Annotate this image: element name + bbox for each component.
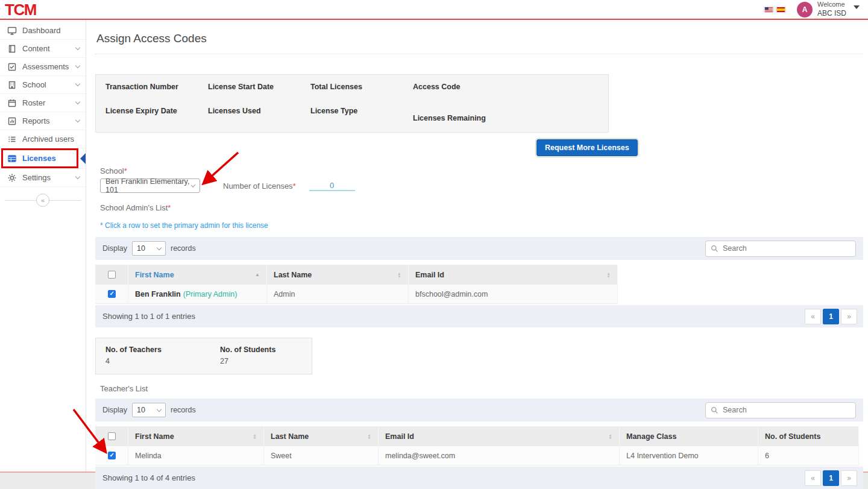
column-label: No. of Students	[765, 432, 820, 441]
request-more-licenses-button[interactable]: Request More Licenses	[536, 139, 638, 156]
next-page-button[interactable]: »	[841, 309, 857, 324]
records-label: records	[171, 406, 196, 414]
teacher-table-row[interactable]: Melinda Sweet melinda@sweet.com L4 Inter…	[95, 446, 859, 465]
prev-page-button[interactable]: «	[805, 309, 821, 324]
teacher-col-students[interactable]: No. of Students	[758, 426, 859, 446]
sidebar-item-school[interactable]: School	[0, 76, 86, 94]
welcome-text: Welcome ABC ISD	[817, 1, 846, 18]
column-label: Last Name	[274, 271, 312, 279]
teacher-col-last-name[interactable]: Last Name	[264, 426, 379, 446]
teacher-col-email[interactable]: Email Id	[379, 426, 620, 446]
admin-select-all-checkbox[interactable]	[108, 271, 116, 279]
welcome-line: Welcome	[817, 1, 846, 9]
admin-col-email[interactable]: Email Id	[409, 265, 618, 285]
teacher-students: 6	[758, 446, 859, 465]
primary-admin-hint: * Click a row to set the primary admin f…	[100, 221, 863, 230]
admin-search-input[interactable]	[705, 241, 856, 257]
info-label-license-start-date: License Start Date	[208, 83, 310, 91]
sidebar-item-assessments[interactable]: Assessments	[0, 58, 86, 76]
sort-icon	[367, 434, 371, 440]
sidebar-item-label: Content	[22, 44, 50, 53]
sidebar-item-label: Archived users	[22, 134, 74, 144]
admin-row-checkbox[interactable]	[108, 290, 116, 298]
admin-table: First Name Last Name Email Id Ben Frankl…	[95, 265, 618, 304]
teacher-last-name: Sweet	[264, 446, 379, 465]
sort-icon	[608, 434, 612, 440]
column-label: First Name	[135, 432, 174, 441]
admin-table-toolbar: Display 10 records	[95, 237, 863, 260]
teacher-first-name: Melinda	[128, 446, 264, 465]
teacher-showing-entries: Showing 1 to 4 of 4 entries	[102, 473, 195, 482]
admin-table-section: Display 10 records First Name Last Name …	[95, 237, 863, 327]
next-page-button[interactable]: »	[841, 470, 857, 486]
sidebar-item-licenses[interactable]: Licenses	[0, 148, 86, 169]
sidebar-collapse-button[interactable]: «	[36, 194, 49, 207]
teacher-col-first-name[interactable]: First Name	[128, 426, 264, 446]
page-1-button[interactable]: 1	[823, 309, 839, 324]
sidebar-item-roster[interactable]: Roster	[0, 94, 86, 112]
sidebar-item-archived-users[interactable]: Archived users	[0, 130, 86, 148]
page-size-value: 10	[137, 406, 145, 414]
us-flag-icon[interactable]	[764, 7, 774, 13]
chevron-down-icon	[75, 118, 80, 122]
school-select[interactable]: Ben Franklin Elementary, 101	[100, 178, 200, 193]
sidebar-item-reports[interactable]: Reports	[0, 112, 86, 130]
admin-table-footer: Showing 1 to 1 of 1 entries « 1 »	[95, 305, 863, 327]
teacher-table-section: Display 10 records First Name Last Name …	[95, 399, 863, 489]
info-label-license-type: License Type	[310, 107, 413, 122]
teachers-count-value: 4	[105, 357, 220, 365]
admin-page-size-select[interactable]: 10	[132, 241, 166, 256]
tcm-logo: TCM	[5, 2, 36, 17]
spain-flag-icon[interactable]	[776, 7, 786, 13]
teacher-row-checkbox[interactable]	[108, 452, 116, 459]
admin-table-row[interactable]: Ben Franklin (Primary Admin) Admin bfsch…	[95, 285, 618, 304]
avatar[interactable]: A	[797, 2, 813, 17]
column-label: Last Name	[271, 432, 309, 441]
sidebar-item-content[interactable]: Content	[0, 40, 86, 58]
page-title: Assign Access Codes	[95, 27, 863, 54]
display-label: Display	[102, 244, 127, 253]
info-label-license-expiry-date: License Expiry Date	[105, 107, 208, 122]
teacher-table-toolbar: Display 10 records	[95, 399, 863, 421]
teacher-email: melinda@sweet.com	[379, 446, 620, 465]
column-label: Email Id	[415, 271, 444, 279]
dashboard-icon	[7, 26, 17, 36]
sidebar-item-label: School	[22, 80, 46, 89]
column-label: Manage Class	[626, 432, 676, 441]
main-content: Assign Access Codes Transaction Number L…	[86, 20, 868, 472]
check-square-icon	[7, 62, 17, 72]
display-label: Display	[102, 406, 127, 414]
account-menu-caret-icon[interactable]	[854, 5, 860, 9]
gear-icon	[7, 173, 17, 183]
school-label-text: School	[100, 166, 124, 175]
chevron-down-icon	[75, 174, 80, 179]
calendar-icon	[7, 98, 17, 108]
admin-col-last-name[interactable]: Last Name	[267, 265, 409, 285]
sidebar-item-label: Roster	[22, 98, 45, 107]
top-bar: TCM A Welcome ABC ISD	[0, 0, 868, 20]
number-of-licenses-input[interactable]	[309, 181, 355, 191]
number-of-licenses-label-text: Number of Licenses	[223, 181, 293, 191]
teacher-search-input[interactable]	[705, 402, 856, 418]
primary-admin-badge: (Primary Admin)	[183, 290, 237, 298]
sidebar-item-settings[interactable]: Settings	[0, 169, 86, 187]
search-icon	[711, 406, 719, 414]
sidebar-item-dashboard[interactable]: Dashboard	[0, 22, 86, 40]
chevron-down-icon	[75, 99, 80, 104]
page-1-button[interactable]: 1	[823, 470, 839, 486]
sidebar-item-label: Reports	[22, 116, 50, 125]
teacher-page-size-select[interactable]: 10	[132, 403, 166, 417]
teacher-table: First Name Last Name Email Id Manage Cla…	[95, 426, 859, 465]
column-label: Email Id	[385, 432, 414, 441]
students-count-label: No. of Students	[220, 345, 302, 354]
records-label: records	[171, 244, 196, 253]
teacher-select-all-checkbox[interactable]	[108, 432, 116, 440]
teacher-col-manage-class[interactable]: Manage Class	[620, 426, 758, 446]
chevron-down-icon	[157, 406, 162, 411]
prev-page-button[interactable]: «	[805, 470, 821, 486]
info-label-total-licenses: Total Licenses	[310, 83, 413, 91]
admin-col-first-name[interactable]: First Name	[128, 265, 267, 285]
sidebar-item-label: Dashboard	[22, 26, 61, 35]
admin-email: bfschool@admin.com	[409, 285, 618, 303]
sidebar: Dashboard Content Assessments School Ros…	[0, 20, 86, 472]
